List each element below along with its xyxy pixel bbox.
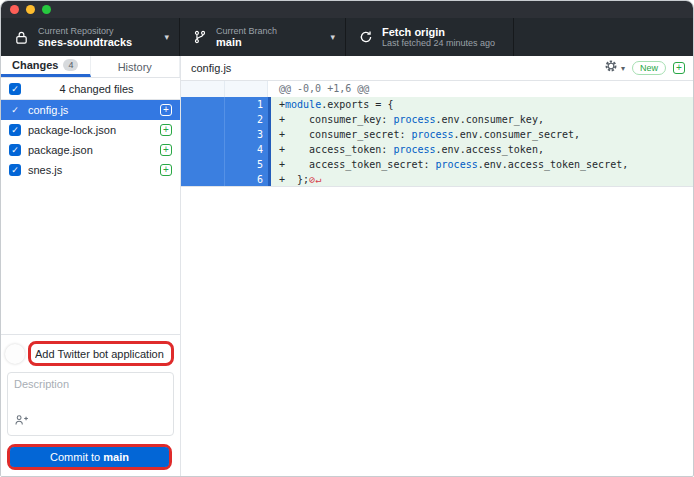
diff-line[interactable]: 4 + access_token: process.env.access_tok…: [181, 142, 693, 157]
titlebar: [1, 1, 693, 18]
chevron-down-icon: ▾: [330, 32, 335, 42]
lock-icon: [14, 30, 29, 45]
file-added-icon: +: [160, 124, 172, 136]
diff-view: @@ -0,0 +1,6 @@ 1 +module.exports = { 2 …: [181, 81, 693, 187]
fetch-origin-label: Fetch origin: [382, 26, 495, 39]
diff-line-code: + consumer_secret: process.env.consumer_…: [271, 127, 693, 142]
tab-history[interactable]: History: [91, 56, 181, 77]
check-icon: ✓: [11, 125, 19, 135]
fetch-origin-sublabel: Last fetched 24 minutes ago: [382, 38, 495, 48]
diff-line-code: + access_token_secret: process.env.acces…: [271, 157, 693, 172]
file-row-config-js[interactable]: ✓ config.js +: [1, 100, 180, 120]
current-branch-label: Current Branch: [216, 26, 277, 36]
file-checkbox[interactable]: ✓: [9, 164, 21, 176]
commit-description-input[interactable]: [14, 378, 167, 414]
diff-line-code: + consumer_key: process.env.consumer_key…: [271, 112, 693, 127]
diff-line-gutter[interactable]: 6: [181, 172, 271, 186]
current-branch-dropdown[interactable]: Current Branch main ▾: [180, 18, 346, 56]
current-repository-label: Current Repository: [38, 26, 132, 36]
changed-files-header: ✓ 4 changed files: [1, 78, 180, 100]
file-name: package-lock.json: [28, 124, 153, 136]
add-coauthor-icon[interactable]: [14, 413, 29, 431]
git-branch-icon: [193, 30, 207, 44]
zoom-window-button[interactable]: [42, 5, 51, 14]
current-repository-dropdown[interactable]: Current Repository snes-soundtracks ▾: [1, 18, 180, 56]
github-desktop-window: Current Repository snes-soundtracks ▾ Cu…: [0, 0, 694, 477]
check-icon: ✓: [11, 105, 19, 115]
commit-button-annotation-highlight: Commit to main: [7, 444, 172, 470]
diff-line[interactable]: 1 +module.exports = {: [181, 97, 693, 112]
close-window-button[interactable]: [10, 5, 19, 14]
check-icon: ✓: [11, 145, 19, 155]
toolbar-empty-space: [514, 18, 693, 56]
diff-line-gutter[interactable]: 1: [181, 97, 271, 112]
hunk-header-text: @@ -0,0 +1,6 @@: [271, 81, 693, 97]
file-checkbox[interactable]: ✓: [9, 104, 21, 116]
tab-history-label: History: [118, 61, 152, 73]
file-added-icon: +: [160, 144, 172, 156]
diff-line-gutter[interactable]: 4: [181, 142, 271, 157]
diff-options-button[interactable]: ▾: [604, 59, 625, 77]
no-newline-eof-icon: ⊘↵: [309, 174, 321, 185]
gear-icon: [604, 59, 618, 77]
diff-line-gutter[interactable]: 3: [181, 127, 271, 142]
check-icon: ✓: [11, 84, 19, 94]
tab-changes-label: Changes: [12, 59, 58, 71]
diff-line-code: + access_token: process.env.access_token…: [271, 142, 693, 157]
commit-form: Commit to main: [1, 334, 180, 477]
file-added-icon: +: [160, 164, 172, 176]
summary-annotation-highlight: [28, 341, 174, 366]
diff-line[interactable]: 5 + access_token_secret: process.env.acc…: [181, 157, 693, 172]
file-checkbox[interactable]: ✓: [9, 144, 21, 156]
diff-line[interactable]: 6 + };⊘↵: [181, 172, 693, 187]
diff-line-code: +module.exports = {: [271, 97, 693, 112]
sidebar-empty-space: [1, 180, 180, 334]
file-row-package-json[interactable]: ✓ package.json +: [1, 140, 180, 160]
tab-changes[interactable]: Changes 4: [1, 56, 91, 77]
fetch-origin-button[interactable]: Fetch origin Last fetched 24 minutes ago: [346, 18, 514, 56]
sidebar-tabs: Changes 4 History: [1, 56, 180, 78]
new-file-badge: New: [632, 61, 666, 75]
commit-to-main-button[interactable]: Commit to main: [10, 447, 169, 467]
toolbar: Current Repository snes-soundtracks ▾ Cu…: [1, 18, 693, 56]
diff-panel: config.js ▾ New +: [181, 56, 693, 477]
file-name: config.js: [28, 104, 153, 116]
diff-line[interactable]: 2 + consumer_key: process.env.consumer_k…: [181, 112, 693, 127]
file-name: package.json: [28, 144, 153, 156]
diff-line-code: + };⊘↵: [271, 172, 693, 186]
hunk-header-row[interactable]: @@ -0,0 +1,6 @@: [181, 81, 693, 97]
commit-summary-input[interactable]: [31, 345, 171, 363]
file-name: snes.js: [28, 164, 153, 176]
commit-description-box: [7, 372, 174, 436]
diff-line[interactable]: 3 + consumer_secret: process.env.consume…: [181, 127, 693, 142]
file-row-snes-js[interactable]: ✓ snes.js +: [1, 160, 180, 180]
diff-line-gutter[interactable]: 2: [181, 112, 271, 127]
current-repository-value: snes-soundtracks: [38, 36, 132, 49]
added-file-icon: +: [673, 62, 685, 74]
avatar: [5, 344, 25, 364]
current-branch-value: main: [216, 36, 277, 49]
select-all-checkbox[interactable]: ✓: [9, 83, 21, 95]
diff-file-header: config.js ▾ New +: [181, 56, 693, 81]
diff-line-gutter[interactable]: 5: [181, 157, 271, 172]
minimize-window-button[interactable]: [26, 5, 35, 14]
chevron-down-icon: ▾: [164, 32, 169, 42]
changes-count-badge: 4: [63, 59, 78, 71]
file-row-package-lock-json[interactable]: ✓ package-lock.json +: [1, 120, 180, 140]
file-checkbox[interactable]: ✓: [9, 124, 21, 136]
chevron-down-icon: ▾: [621, 64, 625, 73]
changes-sidebar: Changes 4 History ✓ 4 changed files ✓ co…: [1, 56, 181, 477]
changed-files-summary: 4 changed files: [21, 83, 172, 95]
file-added-icon: +: [160, 104, 172, 116]
check-icon: ✓: [11, 165, 19, 175]
diff-file-name: config.js: [191, 62, 604, 74]
sync-icon: [359, 30, 373, 44]
